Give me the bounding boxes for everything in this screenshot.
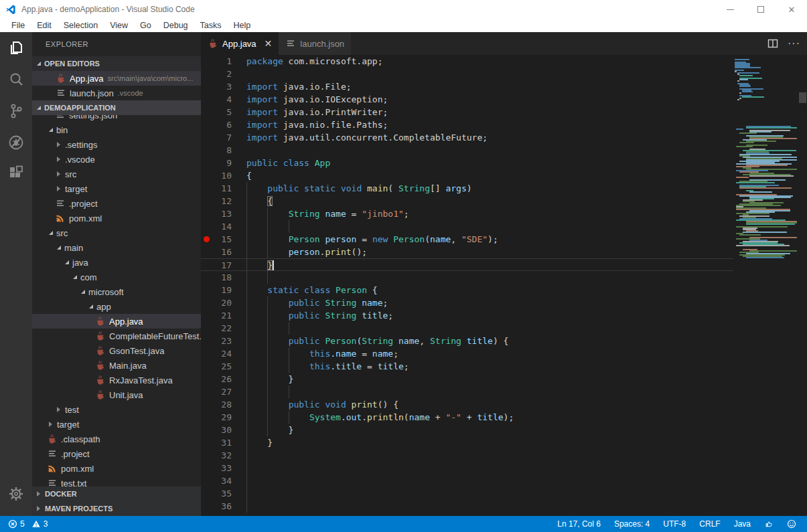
glyph-margin[interactable] (201, 207, 213, 220)
open-editor-launch-json[interactable]: launch.json.vscode (32, 86, 201, 100)
open-editor-app-java[interactable]: App.javasrc\main\java\com\micro... (32, 71, 201, 86)
menu-file[interactable]: File (5, 21, 31, 30)
glyph-margin[interactable] (201, 182, 213, 195)
glyph-margin[interactable] (201, 93, 213, 106)
explorer-icon[interactable] (0, 32, 32, 64)
twistie-expanded-icon[interactable] (89, 304, 93, 308)
glyph-margin[interactable] (201, 118, 213, 131)
glyph-margin[interactable] (201, 131, 213, 144)
more-actions-icon[interactable]: ··· (788, 37, 800, 50)
twistie-collapsed-icon[interactable] (49, 422, 52, 427)
glyph-margin[interactable] (201, 322, 213, 335)
section-header-project[interactable]: DEMOAPPLICATION (32, 100, 201, 115)
search-icon[interactable] (0, 64, 32, 95)
tree-item-src[interactable]: src (32, 226, 201, 240)
settings-gear-icon[interactable] (0, 478, 32, 509)
extensions-icon[interactable] (0, 158, 32, 189)
cursor-position[interactable]: Ln 17, Col 6 (553, 519, 605, 529)
glyph-margin[interactable] (201, 68, 213, 80)
tree-item-target[interactable]: target (32, 417, 201, 432)
tree-item-microsoft[interactable]: microsoft (32, 284, 201, 299)
tab-launch-json[interactable]: launch.json (279, 32, 351, 55)
glyph-margin[interactable] (201, 360, 213, 373)
tree-item-target[interactable]: target (32, 181, 201, 196)
glyph-margin[interactable] (201, 424, 213, 436)
twistie-expanded-icon[interactable] (57, 246, 61, 250)
menu-view[interactable]: View (104, 21, 134, 30)
tree-item-java[interactable]: java (32, 255, 201, 270)
tab-app-java[interactable]: App.java✕ (201, 32, 279, 55)
glyph-margin[interactable] (201, 411, 213, 424)
eol-sequence[interactable]: CRLF (695, 519, 724, 529)
glyph-margin[interactable] (201, 55, 213, 68)
glyph-margin[interactable] (201, 500, 213, 513)
menu-debug[interactable]: Debug (157, 21, 194, 30)
glyph-margin[interactable] (201, 335, 213, 347)
tree-item-app[interactable]: app (32, 299, 201, 314)
smiley-feedback-icon[interactable] (783, 519, 800, 529)
glyph-margin[interactable] (201, 385, 213, 398)
tree-item-completablefuturetest-[interactable]: CompletableFutureTest.... (32, 329, 201, 343)
glyph-margin[interactable] (201, 449, 213, 462)
minimize-button[interactable] (715, 0, 745, 19)
twistie-expanded-icon[interactable] (73, 275, 77, 279)
indentation[interactable]: Spaces: 4 (610, 519, 654, 529)
tree-item-unit-java[interactable]: Unit.java (32, 387, 201, 402)
glyph-margin[interactable] (201, 309, 213, 322)
scrollbar-handle[interactable] (799, 92, 806, 103)
glyph-margin[interactable] (201, 284, 213, 296)
glyph-margin[interactable] (201, 259, 213, 270)
glyph-margin[interactable] (201, 80, 213, 93)
glyph-margin[interactable] (201, 233, 213, 246)
glyph-margin[interactable] (201, 169, 213, 182)
glyph-margin[interactable] (201, 195, 213, 207)
tree-item-main-java[interactable]: Main.java (32, 358, 201, 373)
glyph-margin[interactable] (201, 474, 213, 487)
twistie-expanded-icon[interactable] (49, 231, 53, 235)
tree-item-settings-json[interactable]: settings.json (32, 115, 201, 122)
encoding[interactable]: UTF-8 (659, 519, 690, 529)
tree-item-app-java[interactable]: App.java (32, 314, 201, 329)
language-mode[interactable]: Java (730, 519, 755, 529)
twistie-collapsed-icon[interactable] (57, 142, 60, 147)
glyph-margin[interactable] (201, 462, 213, 474)
breakpoint-icon[interactable] (204, 236, 210, 242)
tab-close-icon[interactable]: ✕ (265, 39, 273, 48)
menu-go[interactable]: Go (134, 21, 157, 30)
split-editor-icon[interactable] (767, 38, 778, 49)
menu-selection[interactable]: Selection (58, 21, 104, 30)
menu-tasks[interactable]: Tasks (194, 21, 228, 30)
glyph-margin[interactable] (201, 487, 213, 500)
glyph-margin[interactable] (201, 106, 213, 118)
twistie-expanded-icon[interactable] (81, 290, 85, 294)
section-header-docker[interactable]: DOCKER (32, 486, 201, 501)
twistie-collapsed-icon[interactable] (57, 171, 60, 177)
tree-item-pom-xml[interactable]: pom.xml (32, 211, 201, 226)
glyph-margin[interactable] (201, 398, 213, 411)
tree-item--project[interactable]: .project (32, 196, 201, 211)
glyph-margin[interactable] (201, 271, 213, 284)
maximize-button[interactable] (745, 0, 776, 19)
tree-item-main[interactable]: main (32, 240, 201, 255)
glyph-margin[interactable] (201, 220, 213, 233)
debug-icon[interactable] (0, 126, 32, 158)
close-button[interactable]: ✕ (776, 0, 807, 19)
minimap[interactable] (733, 55, 798, 516)
glyph-margin[interactable] (201, 157, 213, 169)
tree-item-bin[interactable]: bin (32, 122, 201, 137)
editor-scrollbar[interactable] (798, 55, 807, 516)
twistie-expanded-icon[interactable] (65, 260, 69, 264)
glyph-margin[interactable] (201, 436, 213, 449)
tree-item-rxjavatest-java[interactable]: RxJavaTest.java (32, 373, 201, 387)
tree-item-pom-xml[interactable]: pom.xml (32, 461, 201, 476)
glyph-margin[interactable] (201, 296, 213, 309)
source-control-icon[interactable] (0, 95, 32, 126)
glyph-margin[interactable] (201, 144, 213, 157)
menu-edit[interactable]: Edit (31, 21, 58, 30)
tree-item-test[interactable]: test (32, 402, 201, 417)
problems-indicator[interactable]: 5 3 (5, 516, 50, 532)
section-header-open-editors[interactable]: OPEN EDITORS (32, 56, 201, 71)
tree-item--vscode[interactable]: .vscode (32, 152, 201, 167)
tree-item-gsontest-java[interactable]: GsonTest.java (32, 343, 201, 358)
feedback-icon[interactable] (760, 519, 778, 529)
